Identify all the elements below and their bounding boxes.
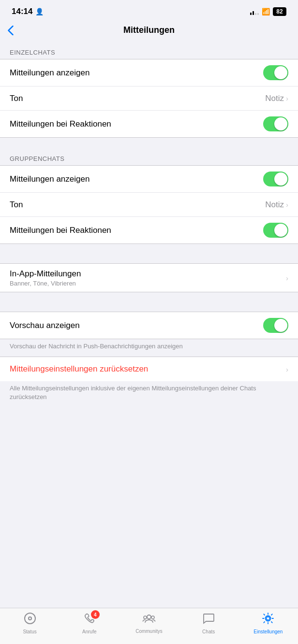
battery-indicator: 82 bbox=[273, 7, 286, 16]
vorschau-toggle[interactable] bbox=[263, 318, 288, 333]
tab-communitys[interactable]: Communitys bbox=[134, 613, 164, 634]
chevron-right-icon: › bbox=[286, 94, 288, 102]
status-time: 14:14 👤 bbox=[12, 7, 44, 16]
tab-chats[interactable]: Chats bbox=[194, 612, 223, 634]
inapp-row[interactable]: In-App-Mitteilungen Banner, Töne, Vibrie… bbox=[0, 264, 298, 292]
gruppenchats-mitteilungen-toggle[interactable] bbox=[263, 172, 288, 186]
gap-2 bbox=[0, 244, 298, 254]
gruppenchats-mitteilungen-label: Mitteilungen anzeigen bbox=[10, 174, 89, 184]
einzelchats-label: EINZELCHATS bbox=[0, 41, 298, 59]
einzelchats-ton-value: Notiz › bbox=[265, 94, 288, 103]
tab-communitys-label: Communitys bbox=[135, 629, 163, 634]
einstellungen-icon bbox=[262, 612, 274, 628]
gruppenchats-reaktionen-label: Mitteilungen bei Reaktionen bbox=[10, 226, 111, 235]
svg-point-5 bbox=[151, 616, 154, 619]
einzelchats-ton-label: Ton bbox=[10, 94, 23, 103]
reset-row[interactable]: Mitteilungseinstellungen zurücksetzen › bbox=[0, 357, 298, 381]
inapp-subtitle: Banner, Töne, Vibrieren bbox=[10, 280, 81, 287]
tab-status-label: Status bbox=[23, 629, 36, 634]
tab-einstellungen[interactable]: Einstellungen bbox=[253, 612, 283, 634]
page-title: Mitteilungen bbox=[123, 25, 175, 35]
gruppenchats-reaktionen-toggle[interactable] bbox=[263, 223, 288, 238]
einzelchats-reaktionen-label: Mitteilungen bei Reaktionen bbox=[10, 119, 111, 129]
gruppenchats-mitteilungen-row[interactable]: Mitteilungen anzeigen bbox=[0, 166, 298, 193]
content-area: EINZELCHATS Mitteilungen anzeigen Ton No… bbox=[0, 41, 298, 461]
gruppenchats-reaktionen-row[interactable]: Mitteilungen bei Reaktionen bbox=[0, 217, 298, 243]
vorschau-label: Vorschau anzeigen bbox=[10, 321, 80, 330]
svg-point-2 bbox=[29, 617, 31, 619]
tab-anrufe[interactable]: 4 Anrufe bbox=[75, 612, 104, 634]
signal-icon bbox=[250, 8, 259, 15]
tab-einstellungen-label: Einstellungen bbox=[253, 629, 283, 634]
chevron-right-icon: › bbox=[286, 365, 288, 373]
anrufe-badge: 4 bbox=[91, 610, 100, 619]
svg-point-4 bbox=[144, 616, 147, 619]
reset-desc: Alle Mitteilungseinstellungen inklusive … bbox=[0, 381, 298, 407]
tab-bar: Status 4 Anrufe Communitys bbox=[0, 608, 298, 644]
gruppenchats-group: Mitteilungen anzeigen Ton Notiz › Mittei… bbox=[0, 165, 298, 244]
tab-status[interactable]: Status bbox=[15, 612, 45, 634]
einzelchats-reaktionen-toggle[interactable] bbox=[263, 116, 288, 131]
gap-1 bbox=[0, 138, 298, 147]
page-header: Mitteilungen bbox=[0, 20, 298, 41]
status-icon bbox=[24, 612, 36, 628]
tab-anrufe-label: Anrufe bbox=[82, 629, 96, 634]
gap-3 bbox=[0, 292, 298, 302]
einzelchats-mitteilungen-row[interactable]: Mitteilungen anzeigen bbox=[0, 59, 298, 86]
vorschau-section: Vorschau anzeigen bbox=[0, 312, 298, 339]
wifi-icon: 📶 bbox=[262, 8, 270, 15]
svg-point-6 bbox=[267, 617, 270, 620]
einzelchats-mitteilungen-toggle[interactable] bbox=[263, 65, 288, 80]
gruppenchats-ton-row[interactable]: Ton Notiz › bbox=[0, 193, 298, 217]
chevron-right-icon: › bbox=[286, 200, 288, 209]
einzelchats-group: Mitteilungen anzeigen Ton Notiz › Mittei… bbox=[0, 59, 298, 138]
tab-chats-label: Chats bbox=[202, 629, 215, 634]
inapp-label: In-App-Mitteilungen bbox=[10, 269, 81, 279]
status-icons: 📶 82 bbox=[250, 7, 286, 16]
vorschau-desc: Vorschau der Nachricht in Push-Benachric… bbox=[0, 339, 298, 357]
anrufe-icon: 4 bbox=[83, 612, 96, 628]
inapp-section: In-App-Mitteilungen Banner, Töne, Vibrie… bbox=[0, 263, 298, 292]
reset-section: Mitteilungseinstellungen zurücksetzen › bbox=[0, 357, 298, 381]
communitys-icon bbox=[142, 613, 156, 627]
svg-point-3 bbox=[147, 615, 151, 619]
einzelchats-section: EINZELCHATS Mitteilungen anzeigen Ton No… bbox=[0, 41, 298, 138]
reset-label: Mitteilungseinstellungen zurücksetzen bbox=[10, 364, 148, 374]
gruppenchats-label: GRUPPENCHATS bbox=[0, 147, 298, 165]
gruppenchats-section: GRUPPENCHATS Mitteilungen anzeigen Ton N… bbox=[0, 147, 298, 244]
einzelchats-ton-row[interactable]: Ton Notiz › bbox=[0, 86, 298, 111]
gap-2b bbox=[0, 254, 298, 263]
back-button[interactable] bbox=[8, 26, 14, 35]
vorschau-row[interactable]: Vorschau anzeigen bbox=[0, 312, 298, 339]
einzelchats-reaktionen-row[interactable]: Mitteilungen bei Reaktionen bbox=[0, 111, 298, 137]
chevron-right-icon: › bbox=[286, 274, 288, 282]
status-bar: 14:14 👤 📶 82 bbox=[0, 0, 298, 20]
einzelchats-mitteilungen-label: Mitteilungen anzeigen bbox=[10, 68, 89, 78]
gruppenchats-ton-label: Ton bbox=[10, 200, 23, 210]
gap-3b bbox=[0, 302, 298, 312]
chats-icon bbox=[202, 612, 215, 628]
gruppenchats-ton-value: Notiz › bbox=[265, 200, 288, 210]
person-icon: 👤 bbox=[35, 8, 44, 15]
